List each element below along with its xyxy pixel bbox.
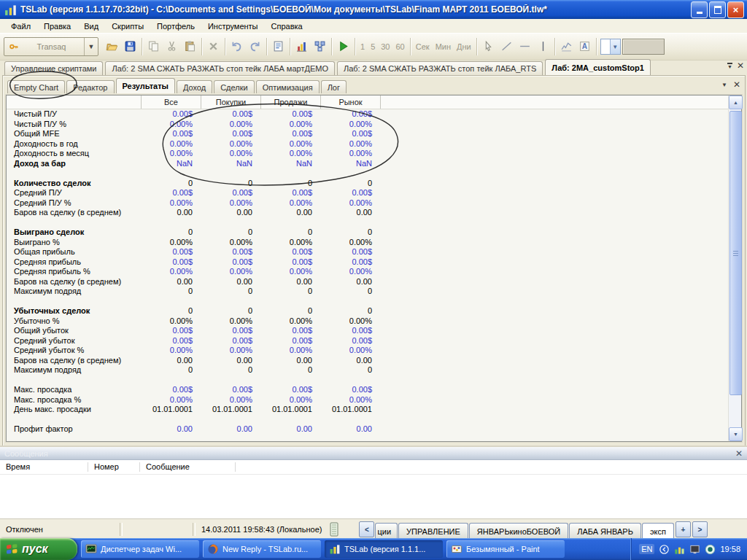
cut-button[interactable] — [163, 38, 181, 56]
menu-item[interactable]: Справка — [265, 20, 309, 32]
transaq-connect-button[interactable]: Transaq ▼ — [4, 37, 98, 56]
chevron-down-icon[interactable]: ▼ — [610, 39, 620, 54]
language-indicator[interactable]: EN — [639, 544, 654, 554]
row-value: 0 — [321, 306, 381, 316]
run-button[interactable] — [334, 38, 352, 56]
messages-column-header[interactable]: Время — [0, 462, 88, 472]
row-value: 0.00$ — [321, 326, 381, 336]
properties-button[interactable] — [269, 38, 287, 56]
trend-line-button[interactable] — [498, 38, 516, 56]
vertical-scrollbar[interactable]: ▲ ▼ — [728, 96, 741, 441]
row-value: 0.00$ — [261, 257, 321, 268]
messages-column-headers: ВремяНомерСообщение — [0, 460, 747, 475]
minimize-button[interactable] — [691, 1, 708, 18]
timeframe-unit-button[interactable]: Дни — [454, 42, 474, 51]
undo-button[interactable] — [228, 38, 246, 56]
log-notepad-icon[interactable] — [329, 522, 339, 537]
close-document-icon[interactable]: ✕ — [737, 61, 744, 70]
timeframe-unit-button[interactable]: Мин — [433, 42, 454, 51]
doc-tab[interactable]: Лаб: 2 SMA СЖАТЬ РАЗЖАТЬ стоп тейк ЛАБА … — [105, 61, 334, 75]
indicator-button[interactable] — [557, 38, 576, 56]
tslab-tray-icon[interactable] — [674, 544, 685, 555]
table-row: Чистый П/У0.00$0.00$0.00$0.00$ — [7, 109, 729, 120]
menu-item[interactable]: Скрипты — [105, 20, 150, 32]
menu-item[interactable]: Вид — [77, 20, 105, 32]
page-prev-button[interactable]: < — [359, 521, 374, 537]
restore-button[interactable] — [709, 1, 726, 18]
scrollbar-thumb[interactable] — [729, 111, 742, 395]
view-tab[interactable]: Лог — [321, 80, 347, 93]
copy-button[interactable] — [144, 38, 163, 56]
timeframe-unit-button[interactable]: Сек — [413, 42, 433, 51]
vertical-line-button[interactable] — [534, 38, 552, 56]
color-swatch-button[interactable] — [622, 39, 665, 55]
taskbar-task-button[interactable]: Безымянный - Paint — [446, 540, 565, 558]
messages-close-icon[interactable]: ✕ — [735, 449, 743, 458]
page-add-button[interactable]: + — [676, 521, 691, 537]
workspace-tab[interactable]: ции — [375, 523, 398, 539]
close-view-icon[interactable]: ✕ — [733, 80, 740, 89]
view-tab[interactable]: Результаты — [116, 78, 175, 93]
open-folder-button[interactable] — [103, 38, 121, 56]
delete-button[interactable] — [204, 38, 222, 56]
page-next-button[interactable]: > — [692, 521, 708, 537]
cursor-button[interactable] — [479, 38, 498, 56]
workspace-tab[interactable]: эксп — [642, 523, 674, 539]
doc-tab[interactable]: Управление скриптами — [4, 61, 103, 75]
view-tab[interactable]: Редактор — [66, 80, 114, 93]
paste-button[interactable] — [181, 38, 199, 56]
paint-icon — [451, 543, 462, 555]
interval-button[interactable]: 5 — [368, 42, 378, 51]
display-tray-icon[interactable] — [689, 544, 700, 555]
row-value: 0.00% — [261, 198, 321, 209]
transaq-dropdown-arrow[interactable]: ▼ — [84, 38, 98, 55]
strategy-diagram-button[interactable] — [311, 38, 329, 56]
taskbar-task-button[interactable]: Диспетчер задач Wi... — [81, 540, 199, 558]
interval-button[interactable]: 1 — [357, 42, 368, 51]
save-button[interactable] — [121, 38, 139, 56]
taskbar-task-button[interactable]: TSLab (версия 1.1.1... — [325, 540, 443, 558]
view-tab[interactable]: Сделки — [214, 80, 255, 93]
menu-item[interactable]: Файл — [4, 20, 37, 32]
clock[interactable]: 19:58 — [720, 545, 740, 553]
view-tab[interactable]: Доход — [177, 80, 212, 93]
horizontal-line-button[interactable] — [516, 38, 534, 56]
instrument-combo[interactable]: ▼ — [600, 39, 621, 55]
text-label-button[interactable]: A — [576, 38, 594, 56]
chart-button[interactable] — [293, 38, 311, 56]
row-value — [201, 218, 261, 228]
hide-icons-chevron-icon[interactable] — [659, 544, 670, 555]
menu-item[interactable]: Портфель — [150, 20, 201, 32]
view-dropdown-icon[interactable]: ▼ — [721, 82, 727, 88]
messages-column-header[interactable]: Сообщение — [140, 462, 236, 472]
workspace-tab[interactable]: ЛАБА ЯНВАРЬ — [569, 523, 641, 539]
row-label — [7, 297, 142, 307]
table-row: Выиграно %0.00%0.00%0.00%0.00% — [7, 238, 729, 248]
close-button[interactable]: × — [727, 1, 744, 18]
workspace-tab[interactable]: ЯНВАРЬкиноБОЕВОЙ — [469, 523, 568, 539]
status-tray-icon[interactable] — [705, 544, 716, 555]
statusbar: Отключен 14.03.2011 19:58:43 (Локальное)… — [0, 518, 747, 539]
scroll-up-icon[interactable]: ▲ — [729, 96, 743, 109]
tab-list-icon[interactable]: ▼ — [727, 63, 732, 69]
interval-button[interactable]: 60 — [393, 42, 408, 51]
doc-tab[interactable]: Лаб: 2MA_customStop1 — [545, 59, 651, 75]
row-label: Макс. просадка % — [7, 395, 142, 405]
redo-button[interactable] — [246, 38, 264, 56]
menu-item[interactable]: Инструменты — [201, 20, 265, 32]
doc-tab[interactable]: Лаб: 2 SMA СЖАТЬ РАЗЖАТЬ стоп тейк ЛАБА_… — [337, 61, 543, 75]
scroll-down-icon[interactable]: ▼ — [729, 427, 743, 441]
menu-item[interactable]: Правка — [37, 20, 77, 32]
key-icon — [9, 42, 19, 52]
start-button[interactable]: пуск — [0, 538, 77, 560]
windows-flag-icon — [6, 543, 18, 556]
row-value: 0.00 — [201, 356, 261, 366]
row-label — [7, 168, 142, 179]
interval-button[interactable]: 30 — [378, 42, 392, 51]
view-tab[interactable]: Оптимизация — [256, 80, 320, 93]
messages-column-header[interactable]: Номер — [88, 462, 140, 472]
taskbar-task-button[interactable]: New Reply - TSLab.ru... — [203, 540, 321, 558]
row-value — [261, 376, 321, 386]
workspace-tab[interactable]: УПРАВЛЕНИЕ — [398, 523, 468, 539]
view-tab[interactable]: Empty Chart — [7, 80, 65, 93]
